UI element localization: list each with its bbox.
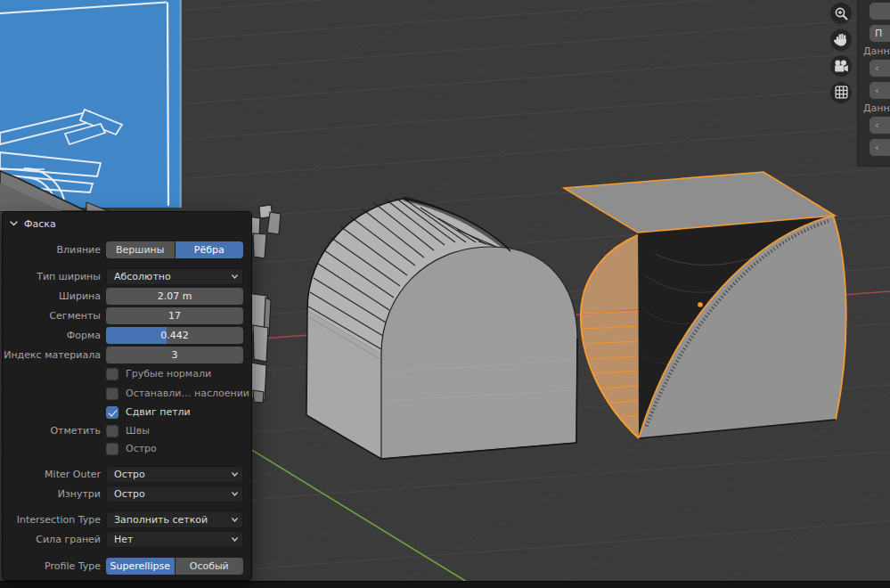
- clamp-overlap-row: Останавли… наслоении: [3, 386, 251, 404]
- face-strength-dropdown[interactable]: Нет: [106, 531, 243, 548]
- affect-row: Влияние Вершины Рёбра: [3, 241, 251, 258]
- loop-slide-checkbox[interactable]: [106, 406, 118, 419]
- clamp-overlap-checkbox[interactable]: [106, 388, 118, 400]
- chevron-down-icon: [10, 221, 18, 226]
- width-type-dropdown[interactable]: Абсолютно: [106, 268, 243, 285]
- segments-field[interactable]: 17: [106, 307, 243, 324]
- width-field[interactable]: 2.07 m: [106, 288, 243, 305]
- y-axis-line: [239, 442, 478, 588]
- blue-plane-object[interactable]: [0, 0, 182, 211]
- width-row: Ширина 2.07 m: [3, 288, 251, 305]
- camera-view-button[interactable]: [830, 55, 852, 77]
- mark-seams-label: Швы: [126, 423, 150, 439]
- chevron-down-icon: [232, 472, 238, 477]
- profile-custom-button[interactable]: Особый: [176, 558, 244, 575]
- mark-label: Отметить: [3, 423, 101, 439]
- right-field-6[interactable]: ‹: [870, 139, 890, 156]
- bevel-operator-panel: Фаска Влияние Вершины Рёбра Тип ширины А…: [2, 211, 252, 581]
- harden-normals-checkbox[interactable]: [106, 368, 118, 380]
- shape-row: Форма 0.442: [3, 327, 251, 344]
- bottom-editor-edge: [0, 581, 890, 588]
- right-field-3[interactable]: ‹: [870, 60, 890, 77]
- mark-sharp-label: Остро: [126, 441, 157, 457]
- mark-sharp-checkbox[interactable]: [106, 443, 118, 455]
- panel-title: Фаска: [24, 218, 56, 230]
- shape-label: Форма: [3, 327, 101, 344]
- affect-label: Влияние: [3, 241, 101, 258]
- intersection-type-dropdown[interactable]: Заполнить сеткой: [106, 511, 243, 528]
- segments-label: Сегменты: [3, 307, 101, 324]
- mark-sharp-row: Остро: [3, 441, 251, 459]
- object-origin-dot: [698, 302, 703, 307]
- right-properties-panel: П Данные ‹ ‹ Данные ‹ ‹: [857, 0, 890, 167]
- shape-slider[interactable]: 0.442: [106, 327, 243, 344]
- loop-slide-row: Сдвиг петли: [3, 404, 251, 422]
- face-strength-label: Сила граней: [3, 531, 101, 548]
- right-section-label-1: Данные: [863, 46, 890, 57]
- miter-outer-dropdown[interactable]: Остро: [106, 466, 243, 483]
- affect-vertices-button[interactable]: Вершины: [106, 241, 175, 258]
- grid-ortho-icon: [834, 85, 849, 100]
- miter-inner-row: Изнутри Остро: [3, 486, 251, 502]
- blender-window: П Данные ‹ ‹ Данные ‹ ‹: [0, 0, 890, 588]
- mark-seams-checkbox[interactable]: [106, 425, 118, 437]
- chevron-down-icon: [232, 274, 238, 279]
- material-index-row: Индекс материала 3: [3, 347, 251, 363]
- profile-type-row: Profile Type Superellipse Особый: [3, 558, 251, 575]
- face-strength-row: Сила граней Нет: [3, 531, 251, 548]
- harden-normals-label: Грубые нормали: [126, 366, 211, 382]
- width-label: Ширина: [3, 288, 101, 305]
- profile-type-label: Profile Type: [3, 558, 101, 575]
- camera-view-icon: [833, 58, 849, 74]
- segments-row: Сегменты 17: [3, 307, 251, 324]
- mark-seams-row: Отметить Швы: [3, 423, 251, 441]
- loop-slide-label: Сдвиг петли: [126, 404, 191, 421]
- zoom-icon: [834, 6, 849, 21]
- active-bevel-object[interactable]: [564, 172, 846, 438]
- miter-outer-row: Miter Outer Остро: [3, 466, 251, 483]
- width-type-label: Тип ширины: [3, 268, 101, 285]
- width-type-row: Тип ширины Абсолютно: [3, 268, 251, 285]
- material-index-label: Индекс материала: [3, 347, 101, 363]
- material-index-field[interactable]: 3: [106, 347, 243, 363]
- affect-edges-button[interactable]: Рёбра: [176, 241, 244, 258]
- miter-inner-dropdown[interactable]: Остро: [106, 486, 243, 502]
- beveled-dome-object[interactable]: [306, 198, 577, 459]
- harden-normals-row: Грубые нормали: [3, 366, 251, 384]
- profile-superellipse-button[interactable]: Superellipse: [106, 558, 175, 575]
- right-field-2[interactable]: П: [870, 25, 890, 42]
- miter-outer-label: Miter Outer: [3, 466, 101, 483]
- right-section-label-2: Данные: [863, 103, 890, 114]
- right-field-5[interactable]: ‹: [870, 117, 890, 134]
- right-field-1[interactable]: [870, 3, 890, 20]
- panel-header[interactable]: Фаска: [10, 217, 56, 230]
- miter-inner-label: Изнутри: [3, 486, 101, 502]
- chevron-down-icon: [232, 537, 238, 542]
- zoom-button[interactable]: [830, 3, 852, 24]
- intersection-type-row: Intersection Type Заполнить сеткой: [3, 511, 251, 528]
- grid-ortho-button[interactable]: [830, 82, 852, 103]
- clamp-overlap-label: Останавли… наслоении: [126, 386, 249, 402]
- right-field-4[interactable]: ‹: [870, 82, 890, 99]
- pan-button[interactable]: [830, 29, 852, 51]
- intersection-type-label: Intersection Type: [3, 511, 101, 528]
- pan-hand-icon: [834, 32, 849, 47]
- chevron-down-icon: [232, 518, 238, 522]
- chevron-down-icon: [232, 492, 238, 496]
